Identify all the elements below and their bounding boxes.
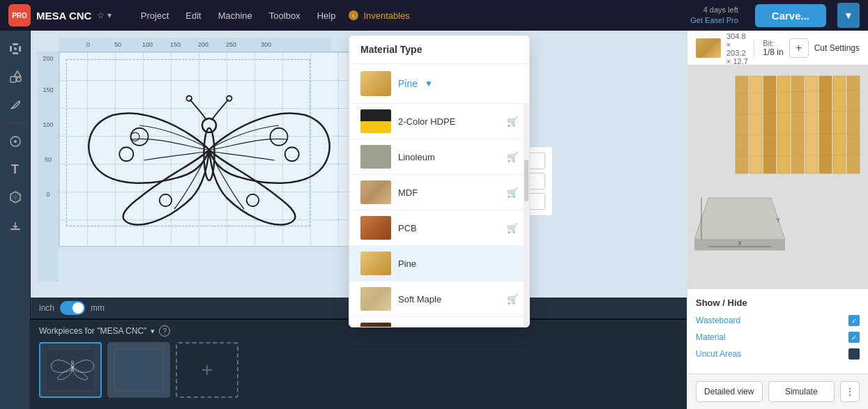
material-item-linoleum[interactable]: Linoleum 🛒 <box>349 139 529 175</box>
svg-rect-36 <box>847 76 860 173</box>
wasteboard-label: Wasteboard <box>696 316 740 325</box>
wasteboard-checkbox[interactable]: ✓ <box>848 315 860 326</box>
material-show-label: Material <box>696 332 726 342</box>
left-toolbar: T <box>0 31 31 409</box>
nav-machine[interactable]: Machine <box>211 8 259 24</box>
shape-icon <box>8 70 22 84</box>
dropdown-scroll-list[interactable]: 2-Color HDPE 🛒 Linoleum 🛒 MDF 🛒 PCB 🛒 Pi… <box>349 104 529 327</box>
detailed-view-btn[interactable]: Detailed view <box>696 381 763 402</box>
grid-canvas <box>59 52 358 247</box>
svg-text:Y: Y <box>776 217 780 224</box>
material-selected-row[interactable]: Pine ▼ <box>349 64 529 104</box>
workpieces-panel: Workpieces for "MESA CNC" ▾ ? <box>31 318 687 409</box>
mdf-cart-icon[interactable]: 🛒 <box>507 187 518 198</box>
workpiece-1-preview <box>43 346 98 394</box>
pcb-cart-icon[interactable]: 🛒 <box>507 223 518 233</box>
get-pro-link[interactable]: Get Easel Pro <box>690 16 738 24</box>
softmaple-cart-icon[interactable]: 🛒 <box>507 294 518 304</box>
nav-toolbox[interactable]: Toolbox <box>262 8 307 24</box>
dropdown-scrollbar[interactable] <box>524 104 529 327</box>
toolbar-sep-1 <box>6 123 25 123</box>
workpieces-text: Workpieces for "MESA CNC" <box>39 326 146 336</box>
svg-point-22 <box>160 194 172 207</box>
bit-size: 1/8 in <box>763 47 783 57</box>
pen-tool-btn[interactable] <box>3 92 28 117</box>
add-cut-btn[interactable]: + <box>789 38 809 58</box>
import-icon <box>8 218 22 232</box>
uncut-areas-row: Uncut Areas <box>696 348 860 360</box>
svg-rect-7 <box>10 77 16 82</box>
material-checkbox[interactable]: ✓ <box>848 332 860 343</box>
workpiece-thumb-1[interactable] <box>39 342 102 398</box>
top-nav: PRO MESA CNC ☆ ▾ Project Edit Machine To… <box>0 0 868 31</box>
apps-tool-btn[interactable] <box>3 185 28 210</box>
svg-point-14 <box>202 118 216 132</box>
nav-project[interactable]: Project <box>134 8 176 24</box>
svg-rect-4 <box>19 46 21 52</box>
scroll-thumb[interactable] <box>524 160 528 201</box>
toggle-knob <box>73 302 84 314</box>
circle-tool-btn[interactable] <box>3 129 28 154</box>
material-row: Material ✓ <box>696 332 860 343</box>
svg-rect-28 <box>736 76 748 173</box>
wp-info-icon[interactable]: ? <box>159 325 170 337</box>
view-3d: X Y Z <box>687 65 868 288</box>
logo-text: PRO <box>12 12 27 20</box>
nav-help[interactable]: Help <box>310 8 343 24</box>
walnut-thumb <box>360 323 391 327</box>
material-item-pcb[interactable]: PCB 🛒 <box>349 210 529 246</box>
pan-tool-btn[interactable] <box>3 36 28 61</box>
material-item-hdpe[interactable]: 2-Color HDPE 🛒 <box>349 104 529 139</box>
butterfly-design[interactable] <box>70 63 349 237</box>
svg-rect-29 <box>749 76 762 173</box>
text-tool-btn[interactable]: T <box>3 157 28 182</box>
mm-label: mm <box>91 303 105 313</box>
wasteboard-row: Wasteboard ✓ <box>696 315 860 326</box>
svg-point-6 <box>14 47 17 50</box>
nav-inventables[interactable]: i Inventables <box>348 8 410 24</box>
unit-toggle-switch[interactable] <box>60 301 85 315</box>
mdf-label: MDF <box>398 187 500 198</box>
svg-marker-8 <box>14 71 21 77</box>
wp-caret[interactable]: ▾ <box>151 327 155 336</box>
app-name: MESA CNC <box>36 10 91 22</box>
import-tool-btn[interactable] <box>3 213 28 238</box>
add-workpiece-btn[interactable]: + <box>176 342 238 398</box>
wood-3d-view <box>729 72 868 177</box>
expand-button[interactable]: ▼ <box>837 3 860 28</box>
material-item-mdf[interactable]: MDF 🛒 <box>349 175 529 210</box>
shape-tool-btn[interactable] <box>3 64 28 89</box>
hdpe-cart-icon[interactable]: 🛒 <box>507 116 518 127</box>
material-bar: Pine 304.8 × 203.2 × 12.7 mm Bit: 1/8 in… <box>687 31 868 65</box>
show-hide-panel: Show / Hide Wasteboard ✓ Material ✓ Uncu… <box>687 288 868 373</box>
circle-icon <box>8 134 22 148</box>
linoleum-cart-icon[interactable]: 🛒 <box>507 152 518 162</box>
svg-point-21 <box>285 147 299 161</box>
workpiece-2-preview <box>111 346 167 394</box>
nav-stars[interactable]: ☆ ▾ <box>97 10 111 20</box>
more-options-btn[interactable]: ⋮ <box>840 381 860 402</box>
workpieces-row: + <box>39 342 678 398</box>
bit-info: Bit: 1/8 in <box>754 39 783 57</box>
apps-icon <box>8 190 22 204</box>
svg-point-15 <box>187 96 192 102</box>
workpiece-thumb-2[interactable] <box>107 342 170 398</box>
softmaple-thumb <box>360 287 391 311</box>
cut-settings-btn[interactable]: Cut Settings <box>814 43 860 53</box>
material-item-pine[interactable]: Pine <box>349 246 529 281</box>
ruler-left: 200 150 100 50 0 <box>38 52 59 281</box>
svg-rect-31 <box>777 76 790 173</box>
material-item-walnut[interactable]: Walnut <box>349 317 529 327</box>
svg-point-9 <box>17 77 21 82</box>
bit-label: Bit: <box>763 39 783 47</box>
svg-marker-41 <box>694 198 785 240</box>
carve-button[interactable]: Carve... <box>755 4 826 27</box>
material-item-softmaple[interactable]: Soft Maple 🛒 <box>349 281 529 317</box>
add-workpiece-label: + <box>201 359 213 381</box>
hdpe-label: 2-Color HDPE <box>398 116 500 127</box>
simulate-btn[interactable]: Simulate <box>768 381 835 402</box>
svg-point-16 <box>227 96 232 102</box>
nav-edit[interactable]: Edit <box>178 8 208 24</box>
uncut-areas-checkbox[interactable] <box>848 348 860 360</box>
linoleum-thumb <box>360 145 391 169</box>
